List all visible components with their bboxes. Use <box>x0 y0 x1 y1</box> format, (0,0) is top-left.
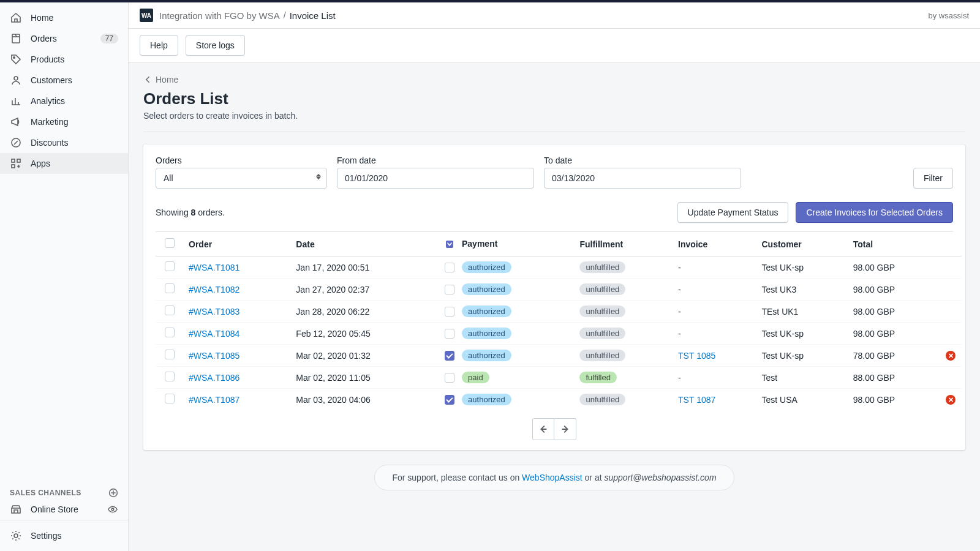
order-link[interactable]: #WSA.T1086 <box>189 373 239 383</box>
order-link[interactable]: #WSA.T1082 <box>189 285 239 294</box>
total-cell: 98.00 GBP <box>848 301 940 323</box>
fulfillment-badge: unfulfilled <box>579 305 625 317</box>
sidebar-item-discounts[interactable]: Discounts <box>0 132 128 153</box>
date-cell: Jan 17, 2020 00:51 <box>291 257 440 279</box>
table-row: #WSA.T1084 Feb 12, 2020 05:45 authorized… <box>156 323 962 345</box>
sidebar-item-orders[interactable]: Orders77 <box>0 28 128 49</box>
sidebar-item-label: Home <box>31 13 118 23</box>
filter-button[interactable]: Filter <box>913 168 953 189</box>
pending-checkbox[interactable] <box>445 307 454 317</box>
row-checkbox[interactable] <box>165 261 175 271</box>
col-invoice[interactable]: Invoice <box>673 232 756 257</box>
col-customer[interactable]: Customer <box>756 232 848 257</box>
svg-rect-10 <box>446 241 453 248</box>
date-cell: Feb 12, 2020 05:45 <box>291 323 440 345</box>
pager-prev[interactable] <box>532 418 554 440</box>
from-date-label: From date <box>337 156 534 165</box>
sidebar-item-settings[interactable]: Settings <box>0 525 128 546</box>
row-checkbox[interactable] <box>165 305 175 315</box>
support-email: support@webshopassist.com <box>604 473 716 482</box>
error-icon[interactable]: ✕ <box>946 395 956 405</box>
breadcrumb-app[interactable]: Integration with FGO by WSA <box>159 10 280 21</box>
sidebar-item-analytics[interactable]: Analytics <box>0 91 128 111</box>
svg-point-1 <box>13 57 15 58</box>
support-prefix: For support, please contact us on <box>392 473 522 482</box>
sidebar-item-marketing[interactable]: Marketing <box>0 111 128 132</box>
error-icon[interactable]: ✕ <box>946 351 956 361</box>
row-checkbox[interactable] <box>165 283 175 293</box>
from-date-input[interactable] <box>337 168 534 189</box>
person-icon <box>10 74 22 86</box>
pager <box>156 410 953 440</box>
sidebar-item-online-store[interactable]: Online Store <box>0 499 128 520</box>
gear-icon <box>10 530 22 542</box>
payment-badge: authorized <box>462 328 511 339</box>
create-invoices-button[interactable]: Create Invoices for Selected Orders <box>796 202 953 223</box>
pending-checkbox[interactable] <box>445 351 454 361</box>
invoice-link[interactable]: TST 1087 <box>678 395 715 405</box>
help-button[interactable]: Help <box>140 35 178 56</box>
sidebar-item-apps[interactable]: Apps <box>0 153 128 174</box>
order-link[interactable]: #WSA.T1084 <box>189 329 239 339</box>
sidebar-item-label: Discounts <box>31 138 118 148</box>
app-author: by wsassist <box>929 11 969 20</box>
order-link[interactable]: #WSA.T1081 <box>189 263 239 272</box>
to-date-input[interactable] <box>544 168 741 189</box>
pending-checkbox[interactable] <box>445 285 454 294</box>
col-date[interactable]: Date <box>291 232 440 257</box>
store-logs-button[interactable]: Store logs <box>186 35 245 56</box>
svg-rect-4 <box>12 159 15 162</box>
order-link[interactable]: #WSA.T1085 <box>189 351 239 361</box>
apps-icon <box>10 157 22 170</box>
showing-suffix: orders. <box>195 208 224 217</box>
order-link[interactable]: #WSA.T1083 <box>189 307 239 317</box>
support-link[interactable]: WebShopAssist <box>522 473 582 482</box>
col-order[interactable]: Order <box>184 232 291 257</box>
col-total[interactable]: Total <box>848 232 940 257</box>
sidebar-item-home[interactable]: Home <box>0 7 128 28</box>
pending-checkbox[interactable] <box>445 329 454 339</box>
row-checkbox[interactable] <box>165 350 175 359</box>
date-cell: Jan 28, 2020 06:22 <box>291 301 440 323</box>
back-link[interactable]: Home <box>143 75 178 84</box>
customer-cell: Test UK-sp <box>756 323 848 345</box>
sidebar-item-products[interactable]: Products <box>0 49 128 70</box>
payment-badge: authorized <box>462 283 511 295</box>
col-fulfillment[interactable]: Fulfillment <box>575 232 673 257</box>
orders-table: Order Date Payment Fulfillment Invoice C… <box>156 232 962 410</box>
support-footer: For support, please contact us on WebSho… <box>143 465 965 490</box>
to-date-filter: To date <box>544 156 741 189</box>
table-scroll[interactable]: Order Date Payment Fulfillment Invoice C… <box>156 232 965 410</box>
orders-badge: 77 <box>100 34 118 43</box>
date-cell: Jan 27, 2020 02:37 <box>291 279 440 301</box>
sales-channels-header: SALES CHANNELS <box>0 483 128 499</box>
total-cell: 98.00 GBP <box>848 389 940 410</box>
customer-cell: Test UK-sp <box>756 257 848 279</box>
pending-checkbox[interactable] <box>445 395 454 405</box>
table-wrap: Order Date Payment Fulfillment Invoice C… <box>156 231 953 410</box>
row-checkbox[interactable] <box>165 372 175 381</box>
pending-checkbox[interactable] <box>445 263 454 272</box>
invoice-value: - <box>678 285 681 294</box>
svg-point-2 <box>14 77 18 80</box>
pager-next[interactable] <box>554 418 576 440</box>
order-link[interactable]: #WSA.T1087 <box>189 395 239 405</box>
row-checkbox[interactable] <box>165 394 175 403</box>
main-content: WA Integration with FGO by WSA / Invoice… <box>129 2 980 551</box>
select-all-checkbox[interactable] <box>165 238 175 248</box>
pending-checkbox[interactable] <box>445 373 454 383</box>
table-row: #WSA.T1081 Jan 17, 2020 00:51 authorized… <box>156 257 962 279</box>
fulfillment-badge: unfulfilled <box>579 261 625 273</box>
update-payment-button[interactable]: Update Payment Status <box>677 202 789 223</box>
eye-icon[interactable] <box>107 504 118 515</box>
tag-icon <box>10 53 22 66</box>
add-channel-icon[interactable] <box>108 488 118 498</box>
row-checkbox[interactable] <box>165 328 175 337</box>
invoice-link[interactable]: TST 1085 <box>678 351 715 361</box>
sidebar-item-customers[interactable]: Customers <box>0 70 128 91</box>
col-payment[interactable]: Payment <box>440 232 575 257</box>
total-cell: 98.00 GBP <box>848 257 940 279</box>
breadcrumb-sep: / <box>284 10 286 20</box>
orders-select[interactable]: All <box>156 168 327 189</box>
invoice-value: - <box>678 329 681 339</box>
